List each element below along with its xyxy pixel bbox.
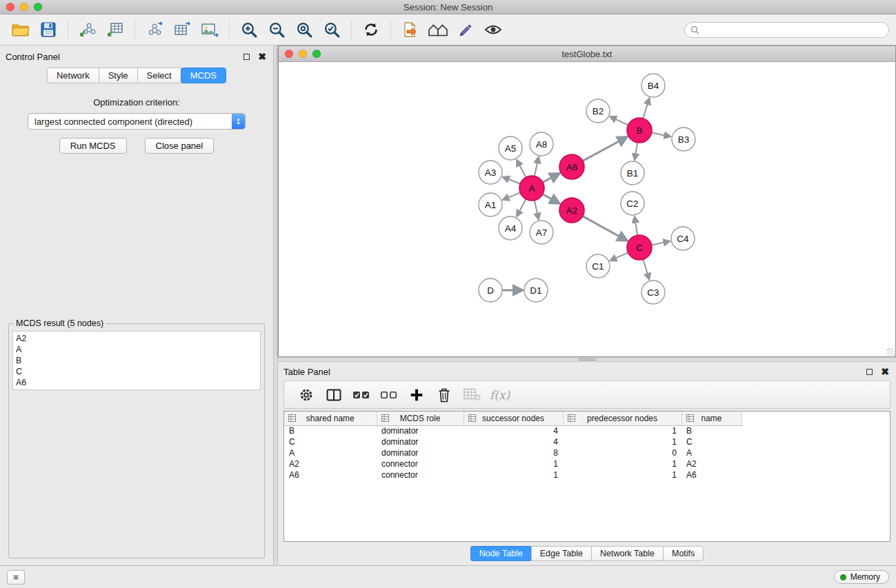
table-cell[interactable]: 0 [563,447,681,458]
table-cell[interactable]: dominator [377,447,464,458]
table-cell[interactable]: B [284,425,377,436]
graph-node-A8[interactable]: A8 [530,132,553,156]
table-cell[interactable]: A2 [284,458,377,469]
import-network-button[interactable] [74,18,101,41]
overview-button[interactable] [424,18,452,41]
mcds-result-item[interactable]: B [16,355,257,366]
deselect-all-button[interactable] [377,384,401,406]
table-cell[interactable]: 1 [563,458,681,469]
graph-edge-A-A7[interactable] [535,201,539,220]
graph-edge-C-C1[interactable] [610,252,628,261]
graph-node-A1[interactable]: A1 [479,193,502,216]
graph-node-D1[interactable]: D1 [524,278,548,302]
select-all-button[interactable] [349,384,374,406]
graph-node-A5[interactable]: A5 [499,136,522,160]
graph-edge-A6-B[interactable] [583,137,628,161]
table-from-public-button[interactable] [168,18,196,41]
float-panel-icon[interactable] [243,54,250,60]
table-row[interactable]: Bdominator41B [284,425,741,436]
graph-node-A3[interactable]: A3 [479,161,502,184]
table-cell[interactable]: 1 [464,458,563,469]
graph-node-C2[interactable]: C2 [621,192,644,215]
table-cell[interactable]: B [681,425,741,436]
column-header-name[interactable]: name [681,412,741,425]
column-header-successor-nodes[interactable]: successor nodes [464,412,563,425]
graph-node-B2[interactable]: B2 [586,99,610,123]
graph-node-A2[interactable]: A2 [559,198,584,223]
column-header-mcds-role[interactable]: MCDS role [377,412,464,425]
close-panel-button[interactable]: Close panel [145,138,215,154]
mcds-result-list[interactable]: A2ABCA6 [12,331,261,390]
table-row[interactable]: A2connector11A2 [284,458,741,469]
network-zoom-button[interactable] [312,50,321,58]
network-minimize-button[interactable] [299,50,307,58]
graph-node-C1[interactable]: C1 [586,254,610,278]
table-row[interactable]: A6connector11A6 [284,469,741,480]
graph-node-A6[interactable]: A6 [559,154,584,179]
open-session-button[interactable] [7,18,34,41]
search-input[interactable] [703,25,883,34]
network-from-public-button[interactable] [141,18,168,41]
graph-edge-C-C3[interactable] [643,259,649,280]
tab-mcds[interactable]: MCDS [181,68,226,83]
mcds-result-item[interactable]: C [16,366,257,377]
graph-node-B3[interactable]: B3 [672,128,695,151]
table-cell[interactable]: 1 [563,436,681,447]
apply-layout-button[interactable] [357,18,385,41]
resize-grip[interactable] [887,348,895,356]
graph-node-B[interactable]: B [627,118,652,143]
zoom-window-button[interactable] [34,3,42,11]
table-cell[interactable]: A2 [681,458,741,469]
tab-motifs[interactable]: Motifs [663,546,704,561]
graph-edge-A-A8[interactable] [535,157,539,176]
graph-edge-A-A5[interactable] [517,160,526,177]
tab-node-table[interactable]: Node Table [470,546,532,561]
vertical-splitter[interactable] [273,45,278,565]
table-cell[interactable]: connector [377,469,464,480]
tab-network-table[interactable]: Network Table [591,546,664,561]
close-panel-icon[interactable]: ✖ [258,52,266,61]
table-cell[interactable]: 4 [464,425,563,436]
close-window-button[interactable] [6,3,14,11]
graph-node-C4[interactable]: C4 [671,227,695,250]
graph-edge-B-B1[interactable] [635,143,637,160]
run-mcds-button[interactable]: Run MCDS [59,138,127,154]
table-cell[interactable]: 4 [464,436,563,447]
table-cell[interactable]: connector [377,458,464,469]
zoom-fit-button[interactable] [290,18,318,41]
zoom-in-button[interactable] [235,18,263,41]
graph-node-A[interactable]: A [519,176,544,201]
import-table-button[interactable] [101,18,129,41]
mcds-result-item[interactable]: A6 [16,377,257,388]
network-close-button[interactable] [285,50,293,58]
delete-selected-button[interactable] [432,384,457,406]
tab-network[interactable]: Network [47,68,99,83]
zoom-selected-button[interactable] [318,18,346,41]
add-row-button[interactable] [404,384,429,406]
tab-edge-table[interactable]: Edge Table [531,546,592,561]
mcds-result-item[interactable]: A [16,344,257,355]
table-cell[interactable]: dominator [377,425,464,436]
table-settings-button[interactable] [294,384,319,406]
column-header-shared-name[interactable]: shared name [284,412,377,425]
graph-node-B1[interactable]: B1 [621,161,644,185]
table-cell[interactable]: A6 [284,469,377,480]
memory-button[interactable]: Memory [834,570,889,584]
minimize-window-button[interactable] [20,3,28,11]
mcds-result-item[interactable]: A2 [16,333,257,344]
graph-edge-C-C4[interactable] [652,241,670,245]
tab-style[interactable]: Style [99,68,138,83]
graph-edge-B-B4[interactable] [643,98,649,119]
panel-selector-button[interactable]: ≡ [7,570,25,585]
graphics-details-button[interactable] [479,18,507,41]
criterion-dropdown[interactable]: largest connected component (directed) ▲… [28,113,246,130]
table-cell[interactable]: 1 [563,469,681,480]
show-columns-button[interactable] [321,384,346,406]
graph-node-C3[interactable]: C3 [641,281,665,304]
graph-edge-A-A6[interactable] [543,173,559,182]
graph-node-D[interactable]: D [479,278,502,302]
graph-edge-A2-C[interactable] [583,216,628,241]
export-document-button[interactable] [397,18,424,41]
annotation-button[interactable] [452,18,479,41]
save-session-button[interactable] [34,18,62,41]
